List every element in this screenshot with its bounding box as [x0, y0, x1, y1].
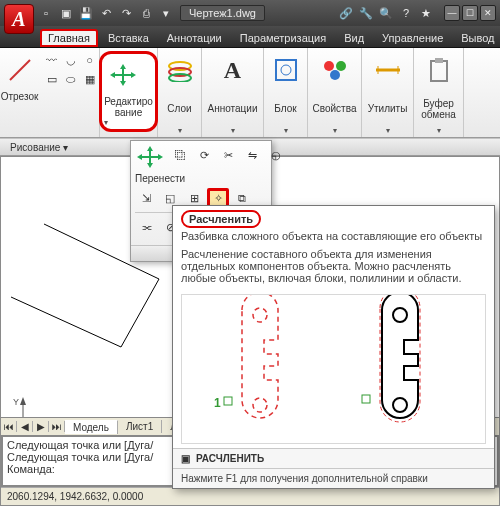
- svg-marker-29: [147, 163, 153, 168]
- title-bar: ▫ ▣ 💾 ↶ ↷ ⎙ ▾ Чертеж1.dwg 🔗 🔧 🔍 ? ★ — ☐ …: [0, 0, 500, 26]
- tooltip-illustration: 1: [181, 294, 486, 444]
- draw-pline-icon[interactable]: 〰: [43, 51, 61, 69]
- rotate-icon[interactable]: ⟳: [193, 145, 215, 165]
- draw-circle-icon[interactable]: ○: [81, 51, 99, 69]
- close-button[interactable]: ✕: [480, 5, 496, 21]
- panel-props: Свойства ▾: [308, 48, 362, 137]
- panel-clip: Буфер обмена ▾: [414, 48, 464, 137]
- file-tab[interactable]: Чертеж1.dwg: [180, 5, 265, 21]
- search-icon[interactable]: 🔍: [378, 5, 394, 21]
- tooltip-body: Расчленение составного объекта для измен…: [173, 248, 494, 290]
- svg-marker-3: [120, 64, 126, 69]
- stretch-icon[interactable]: ⇲: [135, 188, 157, 208]
- svg-rect-18: [431, 61, 447, 81]
- qat-redo-icon[interactable]: ↷: [118, 5, 134, 21]
- layers-label: Слои: [167, 103, 191, 114]
- draw-ellipse-icon[interactable]: ⬭: [62, 70, 80, 88]
- quick-access-toolbar: ▫ ▣ 💾 ↶ ↷ ⎙ ▾: [38, 5, 174, 21]
- anno-button[interactable]: A: [214, 51, 252, 89]
- svg-point-36: [393, 398, 407, 412]
- block-button[interactable]: [267, 51, 305, 89]
- svg-marker-6: [131, 72, 136, 78]
- join-icon[interactable]: ⫘: [135, 217, 157, 237]
- star-icon[interactable]: ★: [418, 5, 434, 21]
- qat-save-icon[interactable]: 💾: [78, 5, 94, 21]
- svg-rect-34: [224, 397, 232, 405]
- svg-point-12: [324, 61, 334, 71]
- tab-manage[interactable]: Управление: [374, 29, 451, 47]
- clip-label: Буфер обмена: [421, 98, 456, 120]
- panel-block: Блок ▾: [264, 48, 308, 137]
- qat-open-icon[interactable]: ▣: [58, 5, 74, 21]
- tooltip: Расчленить Разбивка сложного объекта на …: [172, 205, 495, 489]
- line-button[interactable]: [1, 51, 39, 89]
- cmd-icon: ▣: [181, 453, 190, 464]
- tab-view[interactable]: Вид: [336, 29, 372, 47]
- ribbon-tabs: Главная Вставка Аннотации Параметризация…: [0, 26, 500, 48]
- svg-marker-5: [110, 72, 115, 78]
- panel-draw: Отрезок 〰 ◡ ○ ▭ ⬭ ▦: [0, 48, 100, 137]
- tab-insert[interactable]: Вставка: [100, 29, 157, 47]
- block-label: Блок: [274, 103, 296, 114]
- max-button[interactable]: ☐: [462, 5, 478, 21]
- svg-rect-10: [276, 60, 296, 80]
- tab-nav-first[interactable]: ⏮: [1, 421, 17, 432]
- tab-anno[interactable]: Аннотации: [159, 29, 230, 47]
- svg-rect-19: [435, 58, 443, 63]
- tab-nav-next[interactable]: ▶: [33, 421, 49, 432]
- draw-arc-icon[interactable]: ◡: [62, 51, 80, 69]
- qat-print-icon[interactable]: ⎙: [138, 5, 154, 21]
- tab-param[interactable]: Параметризация: [232, 29, 334, 47]
- svg-marker-4: [120, 81, 126, 86]
- status-bar: 2060.1294, 1942.6632, 0.0000: [1, 487, 499, 505]
- move-button[interactable]: [135, 146, 165, 168]
- svg-marker-21: [20, 397, 26, 405]
- edit-button[interactable]: Редактиро вание ▾: [99, 51, 158, 132]
- key-icon[interactable]: 🔧: [358, 5, 374, 21]
- tab-sheet1[interactable]: Лист1: [118, 420, 162, 433]
- tab-nav-last[interactable]: ⏭: [49, 421, 65, 432]
- tooltip-title: Расчленить: [181, 210, 261, 228]
- svg-point-32: [253, 308, 267, 322]
- draw-rect-icon[interactable]: ▭: [43, 70, 61, 88]
- svg-point-11: [281, 65, 291, 75]
- anno-label: Аннотации: [208, 103, 258, 114]
- panel-layers: Слои ▾: [158, 48, 202, 137]
- tooltip-cmd-row: ▣ РАСЧЛЕНИТЬ: [173, 448, 494, 468]
- svg-point-14: [330, 70, 340, 80]
- min-button[interactable]: —: [444, 5, 460, 21]
- props-label: Свойства: [313, 103, 357, 114]
- utils-button[interactable]: [369, 51, 407, 89]
- copy-icon[interactable]: ⿻: [169, 145, 191, 165]
- panel-utils: Утилиты ▾: [362, 48, 414, 137]
- qat-new-icon[interactable]: ▫: [38, 5, 54, 21]
- link-icon[interactable]: 🔗: [338, 5, 354, 21]
- qat-drop-icon[interactable]: ▾: [158, 5, 174, 21]
- props-button[interactable]: [316, 51, 354, 89]
- app-logo[interactable]: A: [4, 4, 34, 34]
- tooltip-subtitle: Разбивка сложного объекта на составляющи…: [173, 230, 494, 248]
- tab-model[interactable]: Модель: [65, 420, 118, 434]
- move-label: Перенести: [135, 173, 267, 184]
- svg-point-13: [336, 61, 346, 71]
- clip-button[interactable]: [420, 51, 458, 89]
- mirror-icon[interactable]: ⇋: [241, 145, 263, 165]
- tab-home[interactable]: Главная: [40, 29, 98, 47]
- svg-rect-37: [362, 395, 370, 403]
- draw-hatch-icon[interactable]: ▦: [81, 70, 99, 88]
- tab-output[interactable]: Вывод: [453, 29, 500, 47]
- edit-drop-icon: ▾: [104, 118, 153, 127]
- layers-button[interactable]: [161, 51, 199, 89]
- svg-line-0: [10, 60, 30, 80]
- ribbon: Отрезок 〰 ◡ ○ ▭ ⬭ ▦ Редактиро вание ▾ Сл…: [0, 48, 500, 138]
- fillet-icon[interactable]: ◵: [265, 145, 287, 165]
- svg-point-33: [253, 398, 267, 412]
- qat-undo-icon[interactable]: ↶: [98, 5, 114, 21]
- tooltip-f1: Нажмите F1 для получения дополнительной …: [173, 468, 494, 488]
- coords: 2060.1294, 1942.6632, 0.0000: [7, 491, 143, 502]
- trim-icon[interactable]: ✂: [217, 145, 239, 165]
- panel-edit: Редактиро вание ▾: [100, 48, 158, 137]
- tooltip-num: 1: [214, 396, 221, 410]
- help-icon[interactable]: ?: [398, 5, 414, 21]
- tab-nav-prev[interactable]: ◀: [17, 421, 33, 432]
